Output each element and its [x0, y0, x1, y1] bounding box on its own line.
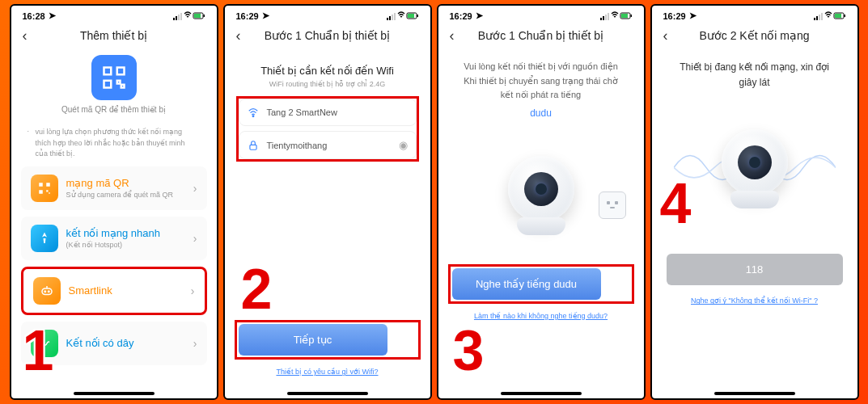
- screen-2: 16:29➤ ‹ Bước 1 Chuẩn bị thiết bị Thiết …: [223, 4, 432, 400]
- back-icon[interactable]: ‹: [450, 27, 455, 44]
- svg-rect-12: [39, 183, 43, 187]
- svg-rect-41: [821, 13, 823, 20]
- menu-item-fast[interactable]: kết nối mạng nhanh(Kết nối Hotspot) ›: [21, 217, 207, 260]
- lock-icon: [248, 140, 260, 151]
- home-indicator: [714, 392, 795, 395]
- continue-highlight: Tiếp tục: [235, 320, 421, 360]
- wifi-sub: WiFi routing thiết bị hỗ trợ chỉ 2.4G: [225, 77, 430, 96]
- device-illustration: [652, 108, 857, 229]
- header: ‹ Thêm thiết bị: [11, 23, 217, 50]
- svg-rect-24: [392, 15, 393, 20]
- qr-scan-area[interactable]: Quét mã QR để thêm thiết bị: [11, 50, 217, 117]
- camera-icon: [508, 156, 574, 235]
- svg-rect-7: [104, 68, 111, 75]
- menu-item-wired[interactable]: Kết nối có dây ›: [21, 322, 207, 365]
- svg-rect-34: [608, 13, 609, 20]
- svg-rect-17: [42, 288, 52, 295]
- svg-rect-22: [387, 18, 388, 20]
- menu-item-qr[interactable]: mạng mã QRSử dụng camera để quét mã QR ›: [21, 166, 207, 210]
- svg-rect-25: [394, 13, 396, 20]
- svg-rect-38: [814, 18, 815, 20]
- password-value: Tientymoithang: [267, 141, 328, 150]
- menu-item-smartlink[interactable]: Smartlink ›: [21, 267, 207, 315]
- chevron-right-icon: ›: [193, 337, 197, 350]
- svg-rect-11: [121, 85, 124, 88]
- header: ‹ Bước 1 Chuẩn bị thiết bị: [225, 23, 430, 50]
- svg-rect-10: [116, 81, 120, 84]
- clock: 16:29: [236, 11, 259, 21]
- qr-caption: Quét mã QR để thêm thiết bị: [11, 105, 217, 114]
- svg-rect-33: [605, 15, 607, 20]
- heard-sound-button[interactable]: Nghe thấy tiếng dudu: [452, 268, 601, 300]
- back-icon[interactable]: ‹: [236, 27, 241, 44]
- svg-rect-14: [39, 190, 43, 194]
- svg-point-21: [39, 338, 41, 340]
- wifi-icon: [248, 107, 260, 118]
- statusbar: 16:29➤: [438, 6, 644, 23]
- menu-sub: (Kết nối Hotspot): [66, 241, 193, 249]
- home-indicator: [74, 392, 155, 395]
- smartlink-icon: [33, 277, 61, 305]
- clock: 16:29: [663, 11, 686, 21]
- status-icons: [600, 11, 633, 21]
- ssid-value: Tang 2 SmartNew: [267, 107, 337, 117]
- page-title: Bước 1 Chuẩn bị thiết bị: [478, 29, 603, 42]
- svg-rect-3: [180, 13, 182, 20]
- cannot-connect-help-link[interactable]: Nghe gợi ý "Không thể kết nối Wi-Fi" ?: [652, 292, 857, 309]
- page-title: Thêm thiết bị: [80, 29, 147, 42]
- statusbar: 16:28➤: [11, 6, 217, 23]
- svg-rect-13: [46, 183, 50, 187]
- camera-icon: [722, 129, 788, 208]
- statusbar: 16:29➤: [225, 6, 430, 23]
- location-icon: ➤: [262, 11, 269, 21]
- svg-rect-40: [819, 15, 820, 20]
- progress-indicator: 118: [667, 254, 843, 285]
- page-title: Bước 1 Chuẩn bị thiết bị: [265, 29, 390, 42]
- chevron-right-icon: ›: [193, 232, 197, 245]
- no-sound-help-link[interactable]: Làm thế nào khi không nghe tiếng dudu?: [438, 307, 644, 325]
- svg-rect-15: [46, 190, 48, 191]
- svg-rect-30: [249, 145, 256, 149]
- back-icon[interactable]: ‹: [663, 27, 668, 44]
- continue-button[interactable]: Tiếp tục: [239, 324, 387, 356]
- svg-rect-36: [621, 14, 628, 18]
- svg-rect-6: [203, 15, 205, 17]
- svg-rect-44: [844, 15, 845, 17]
- clock: 16:28: [23, 11, 45, 21]
- heard-highlight: Nghe thấy tiếng dudu: [448, 264, 634, 304]
- connection-menu: mạng mã QRSử dụng camera để quét mã QR ›…: [11, 166, 217, 365]
- svg-rect-16: [49, 192, 50, 194]
- status-icons: [814, 11, 846, 21]
- location-icon: ➤: [476, 11, 483, 21]
- header: ‹ Bước 1 Chuẩn bị thiết bị: [438, 23, 644, 50]
- svg-rect-23: [389, 16, 391, 20]
- header: ‹ Bước 2 Kết nối mạng: [652, 23, 857, 50]
- eye-icon[interactable]: ◉: [399, 139, 408, 151]
- page-title: Bước 2 Kết nối mạng: [699, 29, 809, 42]
- location-icon: ➤: [49, 11, 56, 21]
- svg-point-19: [48, 291, 49, 292]
- ssid-field[interactable]: Tang 2 SmartNew: [239, 99, 417, 126]
- wifi-help-link[interactable]: Thiết bị có yêu cầu gì với Wifi?: [225, 363, 430, 381]
- menu-title: mạng mã QR: [66, 177, 193, 189]
- clock: 16:29: [450, 11, 472, 21]
- svg-rect-43: [835, 14, 841, 18]
- step-number-2: 2: [241, 261, 273, 318]
- svg-rect-5: [194, 14, 201, 18]
- qr-code-icon: [31, 175, 58, 202]
- screen-1: 16:28➤ ‹ Thêm thiết bị Quét mã QR để thê…: [10, 4, 218, 400]
- screen-4: 16:29➤ ‹ Bước 2 Kết nối mạng Thiết bị đa…: [650, 4, 859, 400]
- svg-rect-32: [603, 16, 604, 20]
- status-icons: [173, 11, 205, 21]
- menu-title: kết nối mạng nhanh: [66, 227, 193, 239]
- back-icon[interactable]: ‹: [23, 27, 28, 44]
- step-number-3: 3: [453, 322, 485, 379]
- plug-icon: [599, 191, 626, 219]
- instruction-text: Vui lòng kết nối thiết bị với nguồn điện…: [438, 50, 644, 106]
- rocket-icon: [31, 225, 58, 252]
- svg-rect-2: [178, 15, 180, 20]
- svg-rect-0: [173, 18, 175, 20]
- svg-rect-37: [630, 15, 632, 17]
- password-field[interactable]: Tientymoithang ◉: [239, 131, 417, 159]
- hint-text: vui lòng lựa chọn phương thức kết nối mạ…: [11, 117, 217, 166]
